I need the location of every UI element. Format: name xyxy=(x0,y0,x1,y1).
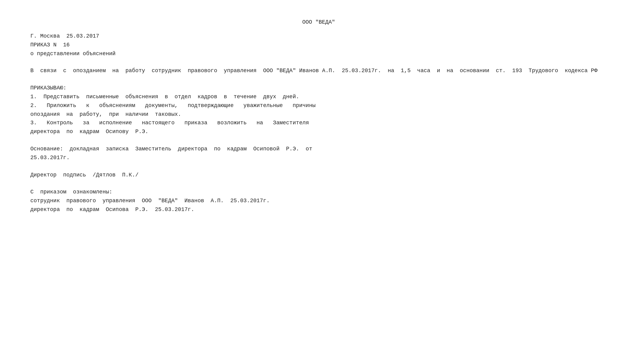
item1-text: 1. Представить письменные объяснения в о… xyxy=(30,92,607,101)
preamble-text: В связи с опозданием на работу сотрудник… xyxy=(30,66,607,75)
acquainted-line2: директора по кадрам Осипова Р.Э. 25.03.2… xyxy=(30,205,607,214)
item3-line1: 3. Контроль за исполнение настоящего при… xyxy=(30,119,607,127)
order-number-line: ПРИКАЗ N 16 xyxy=(30,41,607,49)
document-title: ООО "ВЕДА" xyxy=(30,18,607,26)
location-date-line: Г. Москва 25.03.2017 xyxy=(30,32,607,41)
basis-line2: 25.03.2017г. xyxy=(30,153,607,162)
document-body: ООО "ВЕДА" Г. Москва 25.03.2017 ПРИКАЗ N… xyxy=(30,18,607,214)
document-page: ООО "ВЕДА" Г. Москва 25.03.2017 ПРИКАЗ N… xyxy=(0,0,644,362)
item2-line1: 2. Приложить к объяснениям документы, по… xyxy=(30,101,607,110)
item3-line2: директора по кадрам Осипову Р.Э. xyxy=(30,127,607,136)
basis-line1: Основание: докладная записка Заместитель… xyxy=(30,145,607,153)
order-subject-line: о представлении объяснений xyxy=(30,49,607,58)
director-line: Директор подпись /Дятлов П.К./ xyxy=(30,171,607,179)
acquainted-line1: сотрудник правового управления ООО "ВЕДА… xyxy=(30,196,607,205)
acquainted-header: С приказом ознакомлены: xyxy=(30,188,607,196)
item2-line2: опоздания на работу, при наличии таковых… xyxy=(30,110,607,119)
title-text: ООО "ВЕДА" xyxy=(302,19,335,25)
decree-header: ПРИКАЗЫВАЮ: xyxy=(30,84,607,92)
